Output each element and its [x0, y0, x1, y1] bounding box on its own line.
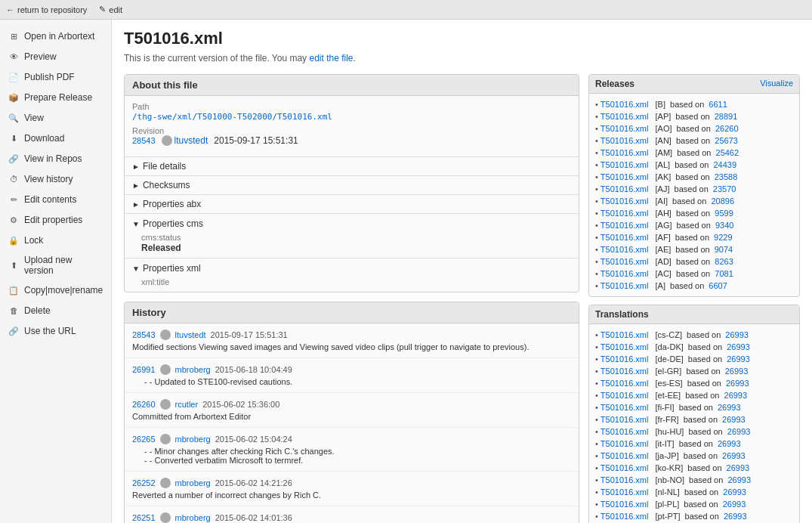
sidebar-item-prepare-release[interactable]: 📦Prepare Release [2, 88, 110, 107]
release-based[interactable]: 23588 [715, 172, 738, 181]
visualize-button[interactable]: Visualize [760, 79, 793, 88]
sidebar-item-open-arbortext[interactable]: ⊞Open in Arbortext [2, 26, 110, 46]
translation-based[interactable]: 26993 [725, 367, 749, 376]
translation-file[interactable]: T501016.xml [601, 475, 649, 484]
sidebar-item-preview[interactable]: 👁Preview [2, 47, 110, 67]
sidebar-item-download[interactable]: ⬇Download [2, 128, 110, 148]
translation-file[interactable]: T501016.xml [601, 391, 649, 400]
release-based[interactable]: 25673 [715, 136, 738, 145]
release-based[interactable]: 9599 [715, 209, 733, 218]
release-based[interactable]: 6611 [709, 100, 727, 109]
release-based[interactable]: 20896 [711, 197, 734, 206]
sidebar-item-lock[interactable]: 🔒Lock [2, 231, 110, 250]
edit-link[interactable]: ✎ edit [99, 5, 122, 14]
history-username[interactable]: mbroberg [175, 365, 211, 374]
translation-file[interactable]: T501016.xml [601, 439, 649, 448]
translation-based[interactable]: 26993 [723, 500, 746, 509]
file-details-toggle[interactable]: ► File details [125, 156, 579, 175]
release-based[interactable]: 26260 [715, 124, 739, 133]
release-based[interactable]: 24439 [713, 160, 736, 169]
release-based[interactable]: 23570 [713, 184, 736, 193]
sidebar-item-view-history[interactable]: ⏱View history [2, 169, 110, 189]
history-username[interactable]: mbroberg [175, 513, 211, 522]
history-rev[interactable]: 26252 [132, 478, 156, 487]
return-to-repository-link[interactable]: ← return to repository [6, 5, 87, 14]
translation-file[interactable]: T501016.xml [601, 415, 649, 424]
translation-file[interactable]: T501016.xml [601, 512, 649, 521]
translation-based[interactable]: 26993 [722, 451, 746, 460]
translation-based[interactable]: 26993 [727, 463, 750, 472]
translation-based[interactable]: 26993 [724, 512, 747, 521]
release-file[interactable]: T501016.xml [601, 281, 649, 290]
release-based[interactable]: 28891 [715, 112, 738, 121]
translation-file[interactable]: T501016.xml [601, 487, 649, 497]
translation-file[interactable]: T501016.xml [601, 379, 649, 388]
path-value[interactable]: /thg-swe/xml/T501000-T502000/T501016.xml [132, 112, 332, 122]
release-file[interactable]: T501016.xml [601, 233, 649, 242]
history-rev[interactable]: 26260 [132, 400, 156, 409]
translation-file[interactable]: T501016.xml [601, 500, 649, 509]
release-based[interactable]: 9229 [714, 233, 732, 242]
translation-file[interactable]: T501016.xml [601, 427, 649, 436]
release-file[interactable]: T501016.xml [601, 209, 649, 218]
translation-based[interactable]: 26993 [726, 379, 749, 388]
release-file[interactable]: T501016.xml [601, 136, 649, 145]
sidebar-item-use-the-url[interactable]: 🔗Use the URL [2, 321, 110, 341]
sidebar-item-view-in-repos[interactable]: 🔗View in Repos [2, 149, 110, 169]
sidebar-item-view[interactable]: 🔍View [2, 108, 110, 128]
release-based[interactable]: 9074 [715, 245, 733, 254]
sidebar-item-delete[interactable]: 🗑Delete [2, 301, 110, 320]
translation-based[interactable]: 26993 [718, 439, 741, 448]
history-rev[interactable]: 26265 [132, 435, 156, 444]
translation-based[interactable]: 26993 [724, 391, 748, 400]
translation-based[interactable]: 26993 [727, 354, 750, 364]
release-file[interactable]: T501016.xml [601, 257, 649, 266]
release-file[interactable]: T501016.xml [601, 100, 649, 109]
translation-file[interactable]: T501016.xml [601, 463, 649, 472]
properties-abx-toggle[interactable]: ► Properties abx [125, 194, 579, 213]
history-rev[interactable]: 26251 [132, 513, 156, 522]
translation-file[interactable]: T501016.xml [601, 403, 649, 412]
sidebar-item-publish-pdf[interactable]: 📄Publish PDF [2, 67, 110, 87]
release-based[interactable]: 9340 [715, 221, 733, 230]
translation-file[interactable]: T501016.xml [601, 451, 649, 460]
sidebar-item-edit-properties[interactable]: ⚙Edit properties [2, 210, 110, 230]
translation-based[interactable]: 26993 [725, 330, 749, 339]
release-file[interactable]: T501016.xml [601, 184, 649, 193]
edit-file-link[interactable]: edit the file [309, 53, 353, 63]
release-file[interactable]: T501016.xml [601, 197, 649, 206]
translation-based[interactable]: 26993 [718, 403, 741, 412]
translation-file[interactable]: T501016.xml [601, 330, 649, 339]
properties-xml-toggle[interactable]: ▼ Properties xml [132, 263, 571, 274]
history-rev[interactable]: 26991 [132, 365, 156, 374]
release-file[interactable]: T501016.xml [601, 221, 649, 230]
history-username[interactable]: mbroberg [175, 478, 211, 487]
history-rev[interactable]: 28543 [132, 330, 156, 339]
release-based[interactable]: 7081 [715, 269, 733, 278]
release-file[interactable]: T501016.xml [601, 160, 649, 169]
release-based[interactable]: 8263 [715, 257, 733, 266]
translation-file[interactable]: T501016.xml [601, 367, 649, 376]
history-username[interactable]: ltuvstedt [175, 330, 206, 339]
rev-num[interactable]: 28543 [132, 136, 156, 145]
translation-file[interactable]: T501016.xml [601, 354, 649, 364]
release-file[interactable]: T501016.xml [601, 112, 649, 121]
release-file[interactable]: T501016.xml [601, 245, 649, 254]
translation-based[interactable]: 26993 [727, 475, 751, 484]
release-based[interactable]: 25462 [716, 148, 739, 157]
release-file[interactable]: T501016.xml [601, 172, 649, 181]
translation-based[interactable]: 26993 [727, 427, 751, 436]
translation-file[interactable]: T501016.xml [601, 342, 649, 351]
sidebar-item-copy-move-rename[interactable]: 📋Copy|move|rename [2, 280, 110, 300]
translation-based[interactable]: 26993 [723, 487, 746, 497]
release-based[interactable]: 6607 [709, 281, 727, 290]
release-file[interactable]: T501016.xml [601, 148, 649, 157]
release-file[interactable]: T501016.xml [601, 269, 649, 278]
sidebar-item-edit-contents[interactable]: ✏Edit contents [2, 190, 110, 209]
translation-based[interactable]: 26993 [727, 342, 750, 351]
rev-username[interactable]: ltuvstedt [174, 135, 208, 146]
release-file[interactable]: T501016.xml [601, 124, 649, 133]
properties-cms-toggle[interactable]: ▼ Properties cms [132, 218, 571, 229]
history-username[interactable]: mbroberg [175, 435, 211, 444]
sidebar-item-upload-new-version[interactable]: ⬆Upload new version [2, 251, 110, 280]
